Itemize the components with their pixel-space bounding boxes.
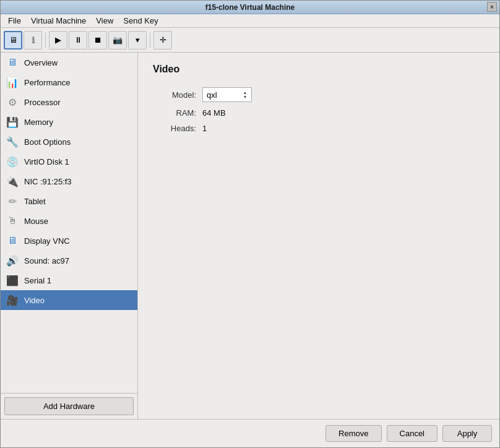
model-label: Model:	[153, 90, 196, 100]
play-icon: ▶	[55, 35, 61, 45]
content-title: Video	[153, 64, 485, 75]
sidebar-label-boot-options: Boot Options	[24, 137, 71, 147]
menu-virtual-machine[interactable]: Virtual Machine	[26, 15, 91, 27]
sidebar-label-overview: Overview	[24, 58, 58, 67]
boot-icon: 🔧	[6, 135, 19, 149]
sidebar-label-memory: Memory	[24, 118, 53, 127]
nic-icon: 🔌	[6, 174, 19, 188]
play-btn[interactable]: ▶	[49, 31, 67, 50]
pause-btn[interactable]: ⏸	[69, 31, 87, 50]
video-icon: 🎥	[6, 293, 19, 307]
main-window: f15-clone Virtual Machine × File Virtual…	[0, 0, 500, 448]
sidebar-label-virtio-disk: VirtIO Disk 1	[24, 157, 69, 166]
sidebar-item-nic[interactable]: 🔌 NIC :91:25:f3	[1, 171, 137, 191]
apply-button[interactable]: Apply	[442, 425, 492, 442]
add-hardware-button[interactable]: Add Hardware	[4, 397, 134, 415]
sidebar-label-performance: Performance	[24, 78, 70, 87]
heads-label: Heads:	[153, 124, 196, 133]
info-icon: ℹ	[32, 35, 35, 45]
sidebar-label-sound: Sound: ac97	[24, 256, 69, 265]
disk-icon: 💿	[6, 155, 19, 168]
snapshot-icon: 📷	[113, 35, 123, 45]
snapshot-btn[interactable]: 📷	[108, 31, 127, 50]
menu-view[interactable]: View	[91, 15, 118, 27]
processor-icon: ⚙	[6, 95, 19, 109]
sidebar-label-mouse: Mouse	[24, 217, 48, 226]
model-select[interactable]: qxl vga cirrus vmvga xen vbox	[202, 87, 252, 102]
model-field-row: Model: qxl vga cirrus vmvga xen vbox ▲ ▼	[153, 87, 485, 102]
menu-send-key[interactable]: Send Key	[118, 15, 163, 27]
titlebar: f15-clone Virtual Machine ×	[1, 1, 499, 14]
ram-field-row: RAM: 64 MB	[153, 108, 485, 118]
sidebar-item-overview[interactable]: 🖥 Overview	[1, 53, 137, 72]
toolbar-separator-1	[45, 33, 46, 48]
sidebar-item-serial[interactable]: ⬛ Serial 1	[1, 270, 137, 290]
cancel-button[interactable]: Cancel	[387, 425, 438, 442]
sidebar-label-nic: NIC :91:25:f3	[24, 177, 72, 186]
sidebar-item-virtio-disk[interactable]: 💿 VirtIO Disk 1	[1, 152, 137, 171]
move-icon: ✛	[160, 35, 166, 45]
sidebar-item-performance[interactable]: 📊 Performance	[1, 72, 137, 92]
ram-label: RAM:	[153, 108, 196, 118]
sidebar-bottom: Add Hardware	[1, 393, 137, 419]
model-select-wrapper: qxl vga cirrus vmvga xen vbox ▲ ▼	[202, 87, 252, 102]
sidebar-item-memory[interactable]: 💾 Memory	[1, 112, 137, 132]
remove-button[interactable]: Remove	[325, 425, 381, 442]
pause-icon: ⏸	[74, 35, 82, 45]
info-btn[interactable]: ℹ	[24, 31, 42, 50]
sidebar-item-video[interactable]: 🎥 Video	[1, 290, 137, 310]
sidebar-label-video: Video	[24, 296, 45, 305]
sidebar-label-processor: Processor	[24, 98, 61, 107]
stop-icon: ⏹	[94, 35, 102, 45]
monitor-btn[interactable]: 🖥	[4, 31, 22, 50]
close-button[interactable]: ×	[487, 2, 497, 12]
monitor-icon: 🖥	[9, 35, 17, 45]
dropdown-btn[interactable]: ▾	[128, 31, 147, 50]
serial-icon: ⬛	[6, 274, 19, 287]
sidebar: 🖥 Overview 📊 Performance ⚙ Processor 💾 M…	[1, 53, 138, 419]
toolbar-separator-2	[150, 33, 150, 48]
toolbar: 🖥 ℹ ▶ ⏸ ⏹ 📷 ▾ ✛	[1, 28, 499, 53]
dropdown-icon: ▾	[136, 35, 140, 45]
move-btn[interactable]: ✛	[153, 31, 172, 50]
sidebar-label-display-vnc: Display VNC	[24, 236, 70, 246]
performance-icon: 📊	[6, 75, 19, 89]
overview-icon: 🖥	[6, 56, 19, 69]
sidebar-item-boot-options[interactable]: 🔧 Boot Options	[1, 132, 137, 152]
mouse-icon: 🖱	[6, 214, 19, 228]
menu-file[interactable]: File	[3, 15, 26, 27]
memory-icon: 💾	[6, 115, 19, 129]
content-area: Video Model: qxl vga cirrus vmvga xen vb…	[138, 53, 499, 419]
heads-value: 1	[202, 124, 207, 133]
sidebar-label-tablet: Tablet	[24, 197, 46, 206]
stop-btn[interactable]: ⏹	[88, 31, 107, 50]
tablet-icon: ✏	[6, 194, 19, 208]
sidebar-item-mouse[interactable]: 🖱 Mouse	[1, 211, 137, 231]
menubar: File Virtual Machine View Send Key	[1, 14, 499, 28]
window-title: f15-clone Virtual Machine	[205, 3, 295, 12]
main-area: 🖥 Overview 📊 Performance ⚙ Processor 💾 M…	[1, 53, 499, 419]
sidebar-item-sound[interactable]: 🔊 Sound: ac97	[1, 251, 137, 270]
heads-field-row: Heads: 1	[153, 124, 485, 133]
display-icon: 🖥	[6, 234, 19, 248]
bottom-bar: Remove Cancel Apply	[1, 419, 499, 447]
sidebar-item-processor[interactable]: ⚙ Processor	[1, 92, 137, 112]
sidebar-label-serial: Serial 1	[24, 276, 51, 285]
sidebar-item-tablet[interactable]: ✏ Tablet	[1, 191, 137, 211]
sidebar-item-display-vnc[interactable]: 🖥 Display VNC	[1, 231, 137, 251]
sound-icon: 🔊	[6, 254, 19, 267]
ram-value: 64 MB	[202, 108, 226, 118]
